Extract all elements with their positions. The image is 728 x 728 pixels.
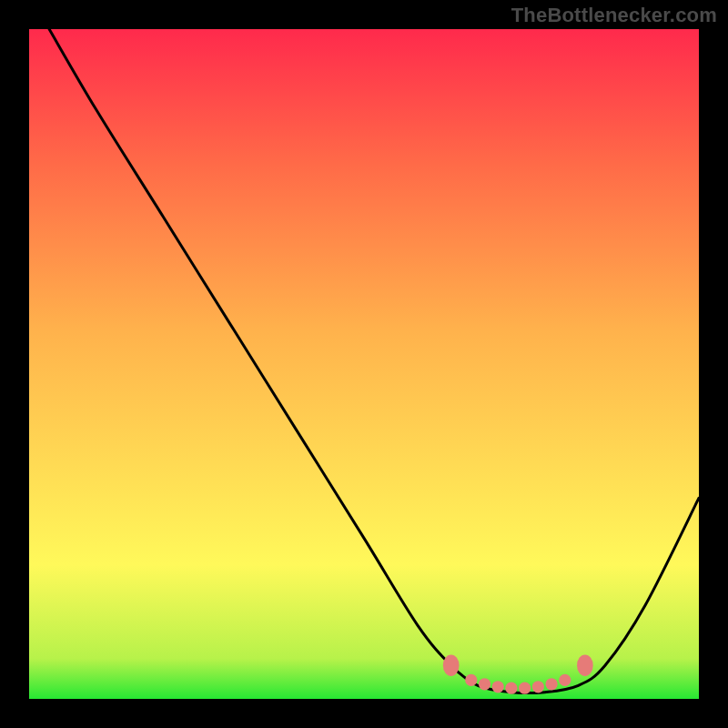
optimal-marker bbox=[492, 681, 504, 693]
optimal-marker bbox=[559, 674, 571, 686]
optimal-marker bbox=[545, 678, 557, 690]
optimal-marker bbox=[577, 654, 593, 676]
bottleneck-chart bbox=[29, 29, 699, 699]
optimal-marker bbox=[505, 682, 517, 694]
chart-background bbox=[29, 29, 699, 699]
optimal-marker bbox=[519, 682, 531, 694]
optimal-marker bbox=[479, 678, 490, 690]
attribution-text: TheBottlenecker.com bbox=[511, 4, 717, 27]
optimal-marker bbox=[443, 654, 460, 676]
optimal-marker bbox=[532, 681, 544, 693]
chart-frame: TheBottlenecker.com bbox=[0, 0, 728, 728]
optimal-marker bbox=[465, 674, 477, 686]
